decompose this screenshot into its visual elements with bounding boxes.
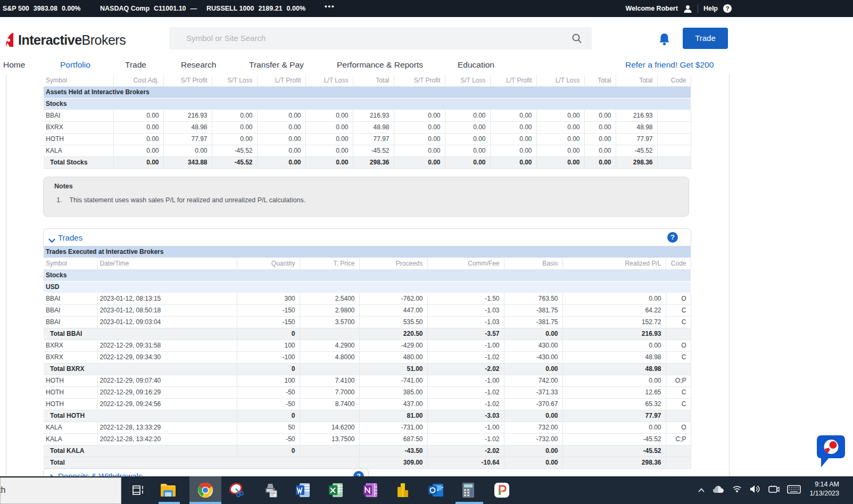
summary-total-row: Total Stocks0.00343.88-45.520.000.00298.… <box>44 157 691 169</box>
nav-item-home[interactable]: Home <box>3 60 25 70</box>
search-icon[interactable] <box>572 33 582 46</box>
fax-scanner-icon[interactable] <box>262 482 278 498</box>
file-explorer-icon[interactable] <box>160 482 176 498</box>
site-search-input[interactable]: Symbol or Site Search <box>169 27 592 49</box>
trade-row[interactable]: BBAI2023-01-12, 09:03:04-1503.5700535.50… <box>44 317 691 328</box>
search-placeholder: Symbol or Site Search <box>186 34 266 43</box>
summary-col-header[interactable]: L/T Loss <box>305 75 353 87</box>
help-icon[interactable]: ? <box>723 4 732 13</box>
site-header: InteractiveBrokers Symbol or Site Search… <box>0 17 853 53</box>
summary-col-header[interactable]: Cost Adj. <box>113 75 163 87</box>
trades-col-header[interactable]: Date/Time <box>97 258 237 270</box>
summary-col-header[interactable]: Total <box>584 75 616 87</box>
summary-row[interactable]: BXRX0.0048.980.000.000.0048.980.000.000.… <box>44 122 691 134</box>
summary-header-row: SymbolCost Adj.S/T ProfitS/T LossL/T Pro… <box>44 75 691 87</box>
content-right-border <box>729 75 730 476</box>
onedrive-cloud-icon[interactable] <box>713 485 724 495</box>
notifications-bell-icon[interactable] <box>658 33 670 48</box>
content-left-border <box>6 75 6 476</box>
trade-row[interactable]: HOTH2022-12-29, 09:16:29-507.7000385.00-… <box>44 387 691 399</box>
word-icon[interactable] <box>295 482 311 498</box>
trade-total-row: Total KALA0-43.50-2.020.00-45.52 <box>44 445 691 457</box>
trades-col-header[interactable]: Comm/Fee <box>427 258 504 270</box>
trade-row[interactable]: BBAI2023-01-12, 08:13:153002.5400-762.00… <box>44 293 691 305</box>
trades-help-icon[interactable]: ? <box>667 232 678 243</box>
market-index[interactable]: NASDAQ CompC11001.10— <box>100 5 201 12</box>
power-bi-icon[interactable] <box>394 482 410 498</box>
excel-icon[interactable] <box>328 482 344 498</box>
trades-col-header[interactable]: Realized P/L <box>562 258 666 270</box>
topbar-divider <box>698 4 698 13</box>
paint-p-icon[interactable] <box>494 482 510 498</box>
notes-box: Notes 1.This statement uses wash sales P… <box>43 177 689 217</box>
calculator-icon[interactable] <box>460 482 476 498</box>
trade-row[interactable]: BBAI2023-01-12, 08:50:18-1502.9800447.00… <box>44 305 691 317</box>
outlook-icon[interactable] <box>428 482 444 498</box>
welcome-user[interactable]: Welcome Robert <box>626 5 678 12</box>
trade-row[interactable]: HOTH2022-12-29, 09:24:56-508.7400437.00-… <box>44 399 691 410</box>
market-index[interactable]: S&P 5003983.080.00% <box>3 5 85 12</box>
market-index[interactable]: RUSSELL 10002189.210.00% <box>206 5 310 12</box>
camera-tray-icon[interactable] <box>768 485 780 496</box>
summary-col-header[interactable]: L/T Profit <box>490 75 536 87</box>
nav-item-portfolio[interactable]: Portfolio <box>60 60 90 70</box>
trade-row[interactable]: BXRX2022-12-29, 09:34:30-1004.8000480.00… <box>44 352 691 363</box>
trades-col-header[interactable]: Quantity <box>237 258 300 270</box>
trades-section-header[interactable]: Trades ? <box>43 228 691 246</box>
task-view-icon[interactable] <box>130 482 146 498</box>
summary-col-header[interactable]: Total <box>353 75 394 87</box>
taskbar-clock[interactable]: 9:14 AM 1/13/2023 <box>809 480 839 498</box>
windows-taskbar: th 9:14 AM 1/13/2023 <box>0 476 853 504</box>
running-app-indicator <box>189 502 221 504</box>
summary-row[interactable]: HOTH0.0077.970.000.000.0077.970.000.000.… <box>44 134 691 145</box>
screen-recorder-icon[interactable] <box>817 435 846 470</box>
summary-col-header[interactable]: S/T Profit <box>163 75 212 87</box>
nav-item-research[interactable]: Research <box>181 60 216 70</box>
touch-keyboard-icon[interactable] <box>787 485 801 496</box>
trade-button[interactable]: Trade <box>683 28 728 49</box>
trade-row[interactable]: HOTH2022-12-29, 09:07:401007.4100-741.00… <box>44 375 691 387</box>
trades-col-header[interactable]: Symbol <box>44 258 97 270</box>
index-name: NASDAQ Comp <box>100 5 150 12</box>
summary-col-header[interactable]: S/T Loss <box>445 75 490 87</box>
nav-item-performance-reports[interactable]: Performance & Reports <box>337 60 423 70</box>
summary-row[interactable]: BBAI0.00216.930.000.000.00216.930.000.00… <box>44 110 691 122</box>
summary-col-header[interactable]: Symbol <box>44 75 113 87</box>
index-value: 3983.08 <box>34 5 57 12</box>
trades-col-header[interactable]: Code <box>666 258 691 270</box>
chevron-down-icon[interactable] <box>48 236 55 245</box>
tray-chevron-up-icon[interactable] <box>698 485 705 495</box>
trade-row[interactable]: KALA2022-12-28, 13:42:20-5013.7500687.50… <box>44 434 691 445</box>
summary-col-header[interactable]: S/T Profit <box>394 75 445 87</box>
summary-col-header[interactable]: Code <box>657 75 691 87</box>
more-indices-ellipsis[interactable]: ••• <box>325 2 335 10</box>
summary-col-header[interactable]: L/T Loss <box>536 75 584 87</box>
wifi-icon[interactable] <box>732 485 742 495</box>
summary-col-header[interactable]: L/T Profit <box>257 75 305 87</box>
summary-col-header[interactable]: Total <box>616 75 657 87</box>
nav-item-education[interactable]: Education <box>458 60 494 70</box>
index-change: 0.00% <box>62 5 80 12</box>
refer-friend-link[interactable]: Refer a friend! Get $200 <box>625 60 714 70</box>
snipping-tool-icon[interactable] <box>229 482 245 498</box>
trades-col-header[interactable]: Basis <box>504 258 562 270</box>
trades-col-header[interactable]: Proceeds <box>359 258 427 270</box>
index-change: 0.00% <box>287 5 305 12</box>
onenote-icon[interactable] <box>362 482 378 498</box>
index-value: 2189.21 <box>258 5 282 12</box>
nav-item-transfer-pay[interactable]: Transfer & Pay <box>249 60 304 70</box>
interactive-brokers-logo[interactable]: InteractiveBrokers <box>5 32 126 48</box>
nav-item-trade[interactable]: Trade <box>125 60 146 70</box>
trades-col-header[interactable]: T. Price <box>300 258 359 270</box>
statement-content: SymbolCost Adj.S/T ProfitS/T LossL/T Pro… <box>0 75 853 476</box>
volume-icon[interactable] <box>750 485 760 495</box>
help-link[interactable]: Help <box>703 5 718 12</box>
summary-col-header[interactable]: S/T Loss <box>212 75 257 87</box>
trade-row[interactable]: BXRX2022-12-29, 09:31:581004.2900-429.00… <box>44 340 691 352</box>
summary-row[interactable]: KALA0.000.00-45.520.000.00-45.520.000.00… <box>44 145 691 157</box>
chrome-icon[interactable] <box>197 482 213 498</box>
taskbar-search-input[interactable]: th <box>0 477 121 504</box>
trades-section-title[interactable]: Trades <box>58 233 82 242</box>
user-icon[interactable] <box>683 4 692 13</box>
trade-row[interactable]: KALA2022-12-28, 13:33:295014.6200-731.00… <box>44 422 691 434</box>
